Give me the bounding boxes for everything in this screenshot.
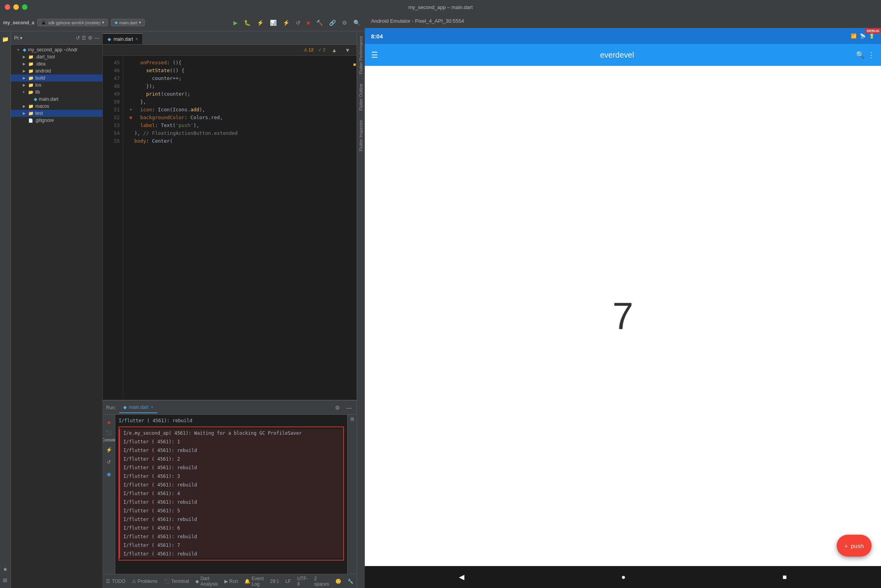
emulator-panel: Android Emulator - Pixel_4_API_30:5554 8… — [365, 14, 881, 588]
console-line-12: I/flutter ( 4561): 6 — [119, 524, 343, 532]
code-line-45: onPressed: (){ — [129, 59, 344, 67]
terminal-item[interactable]: ⬛ Terminal — [164, 579, 189, 584]
flutter-perf-tab[interactable]: Flutter Performance — [357, 31, 365, 79]
tree-item-test[interactable]: ▶ 📁 test — [11, 110, 102, 117]
run-minimize-icon[interactable]: — — [345, 404, 353, 412]
run-config-selector[interactable]: ◆ main.dart ▾ — [111, 19, 145, 26]
flutter-hot-reload[interactable]: ⚡ — [281, 19, 291, 27]
console-line-6: I/flutter ( 4561): 3 — [119, 472, 343, 481]
todo-icon: ☰ — [106, 579, 110, 584]
window-controls[interactable] — [5, 4, 27, 10]
console-area[interactable]: I/flutter ( 4561): rebuild I/e.my_second… — [115, 415, 347, 574]
sidebar-collapse-icon[interactable]: ☰ — [82, 35, 86, 41]
favorites-icon[interactable]: ★ — [1, 564, 9, 574]
editor-warning-bar: ⚠ 12 ✓ 2 ▲ ▼ — [103, 45, 357, 56]
sidebar-minimize-icon[interactable]: — — [94, 35, 99, 41]
wrench-item[interactable]: 🔧 — [348, 579, 353, 584]
filter-icon[interactable]: ◉ — [105, 470, 113, 479]
window-title: my_second_app – main.dart — [408, 4, 473, 10]
code-editor: ◆ main.dart × ⚠ 12 ✓ 2 ▲ ▼ 45 — [103, 31, 357, 588]
minimize-button[interactable] — [13, 4, 19, 10]
sidebar-tab-label[interactable]: Pr.▾ — [14, 35, 22, 41]
sidebar-settings-icon[interactable]: ⚙ — [88, 35, 93, 41]
tree-arrow-idea: ▶ — [23, 62, 27, 66]
nav-recents-btn[interactable]: ■ — [783, 573, 787, 581]
phone-menu-icon[interactable]: ☰ — [371, 50, 378, 60]
line-ending-item[interactable]: LF — [286, 579, 291, 584]
maximize-button[interactable] — [22, 4, 27, 10]
tree-item-macos[interactable]: ▶ 📁 macos — [11, 103, 102, 110]
sidebar-header: Pr.▾ ↺ ☰ ⚙ — — [11, 31, 102, 45]
tree-arrow-android: ▶ — [23, 69, 27, 73]
run-tab-main[interactable]: ◆ main.dart × — [119, 402, 157, 413]
tree-root-label: my_second_app ~/Andr — [28, 47, 78, 53]
indent-item[interactable]: 2 spaces — [314, 576, 329, 587]
nav-next-icon[interactable]: ▼ — [343, 46, 352, 54]
run-stop-icon[interactable]: ■ — [106, 418, 112, 427]
run-button[interactable]: ▶ — [232, 19, 239, 27]
phone-search-icon[interactable]: 🔍 — [856, 51, 865, 59]
tree-item-main-dart[interactable]: ▶ ◆ main.dart — [11, 96, 102, 103]
coverage-button[interactable]: ⚡ — [255, 19, 265, 27]
phone-more-icon[interactable]: ⋮ — [868, 51, 875, 59]
search-everywhere-icon[interactable]: 🔍 — [352, 19, 362, 27]
event-log-item[interactable]: 🔔 Event Log — [244, 576, 264, 587]
nav-prev-icon[interactable]: ▲ — [330, 46, 339, 54]
flutter-hot-restart[interactable]: ↺ — [294, 19, 302, 27]
tree-item-gitignore[interactable]: ▶ 📄 .gitignore — [11, 117, 102, 124]
line-col-item[interactable]: 29:1 — [270, 579, 279, 584]
nav-home-btn[interactable]: ● — [621, 573, 626, 581]
run-status-item[interactable]: ▶ Run — [224, 579, 238, 584]
attach-button[interactable]: 🔗 — [328, 19, 337, 27]
dart-analysis-label: Dart Analysis — [200, 576, 218, 587]
code-line-48: }); — [129, 82, 344, 90]
run-tab-close[interactable]: × — [151, 405, 153, 409]
tree-item-idea[interactable]: ▶ 📁 .idea — [11, 60, 102, 67]
flutter-inspector-tab[interactable]: Flutter Inspector — [357, 115, 365, 156]
todo-item[interactable]: ☰ TODO — [106, 579, 125, 584]
profile-button[interactable]: 📊 — [268, 19, 278, 27]
sdk-selector[interactable]: 📱 sdk gphone arm64 (mobile) ▾ — [37, 19, 108, 26]
tab-main-dart[interactable]: ◆ main.dart × — [103, 33, 143, 44]
editor-tabs: ◆ main.dart × — [103, 31, 357, 45]
console-icon: ⬛ — [106, 430, 112, 436]
tree-item-ios[interactable]: ▶ 📁 ios — [11, 82, 102, 89]
tab-close-icon[interactable]: × — [135, 37, 138, 41]
sdk-dropdown-icon: ▾ — [102, 20, 104, 25]
project-tool-icon[interactable]: 📁 — [0, 34, 10, 44]
console-line-11: I/flutter ( 4561): rebuild — [119, 515, 343, 524]
run-settings-icon[interactable]: ⚙ — [333, 404, 342, 412]
problems-item[interactable]: ⚠ Problems — [132, 579, 158, 584]
tree-arrow-dart-tool: ▶ — [23, 55, 27, 59]
sidebar-sync-icon[interactable]: ↺ — [76, 35, 80, 41]
tree-item-build[interactable]: ▶ 📁 build — [11, 74, 102, 82]
debug-button[interactable]: 🐛 — [242, 19, 252, 27]
phone-status-bar: 8:04 📶 📡 🔋 DEBUG — [365, 28, 881, 44]
structure-icon[interactable]: ⊞ — [1, 575, 9, 585]
flutter-outline-tab[interactable]: Flutter Outline — [357, 79, 365, 115]
dart-analysis-item[interactable]: ◆ Dart Analysis — [195, 576, 218, 587]
code-content[interactable]: onPressed: (){ setState(() { counter++; — [123, 56, 350, 400]
settings-icon[interactable]: ⚙ — [340, 19, 349, 27]
encoding-item[interactable]: UTF-8 — [297, 576, 308, 587]
folder-icon-lib: 📂 — [28, 90, 34, 95]
nav-back-btn[interactable]: ◀ — [459, 573, 464, 581]
reload-icon[interactable]: ↺ — [105, 457, 113, 466]
tree-item-lib[interactable]: ▾ 📂 lib — [11, 89, 102, 96]
phone-nav-bar: ◀ ● ■ — [365, 566, 881, 588]
phone-fab[interactable]: + push — [837, 535, 872, 557]
stop-button[interactable]: ■ — [305, 19, 311, 27]
emoji-item[interactable]: 🙂 — [335, 579, 341, 584]
scroll-gutter[interactable] — [350, 56, 357, 400]
close-button[interactable] — [5, 4, 10, 10]
tree-item-android[interactable]: ▶ 📁 android — [11, 67, 102, 74]
tree-item-root[interactable]: ▾ ◆ my_second_app ~/Andr — [11, 46, 102, 53]
phone-status-icons: 📶 📡 🔋 — [851, 33, 875, 39]
battery-icon: 🔋 — [869, 33, 875, 39]
run-side-icons: ■ ⬛ Console ⚡ ↺ ◉ — [103, 415, 115, 574]
lightning-icon[interactable]: ⚡ — [104, 445, 114, 454]
folder-icon-ios: 📁 — [28, 83, 34, 88]
build-button[interactable]: 🔨 — [315, 19, 324, 27]
layout-icon[interactable]: ⊞ — [350, 416, 354, 422]
tree-item-dart-tool[interactable]: ▶ 📁 .dart_tool — [11, 53, 102, 60]
